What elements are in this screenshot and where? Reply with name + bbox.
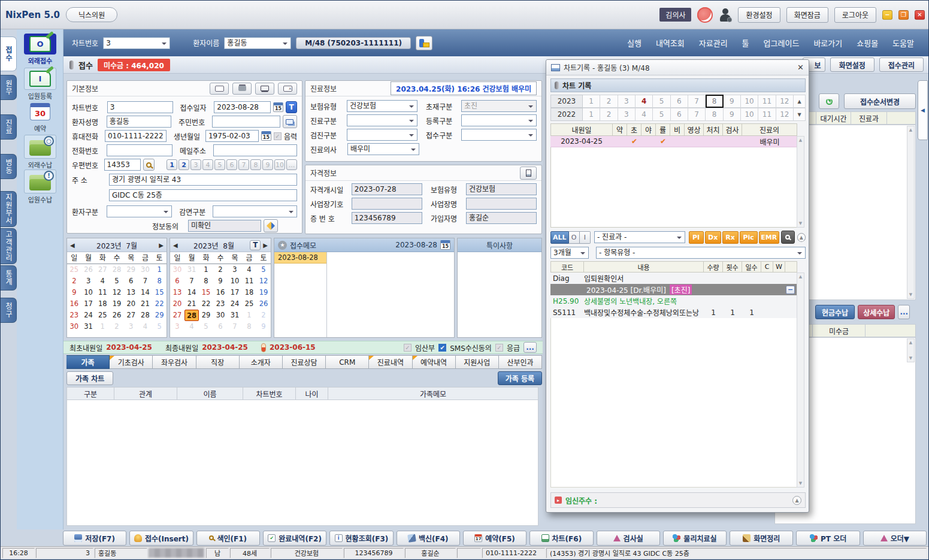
calendar-day[interactable]: 12 (110, 287, 124, 298)
calendar-day[interactable]: 25 (95, 310, 110, 321)
sidebar-tab-admin[interactable]: 원무 (1, 75, 17, 100)
family-tab[interactable]: 진료내역 (369, 355, 412, 369)
sidebar-tab-support[interactable]: 지원부서 (1, 191, 17, 227)
month-cell[interactable]: 11 (758, 108, 776, 121)
calendar-day[interactable]: 3 (81, 276, 96, 287)
calendar-day[interactable]: 6 (213, 321, 228, 332)
item-col-qty[interactable]: 수량 (704, 261, 723, 273)
vaccine-button[interactable]: 백신(F4) (397, 531, 460, 546)
calendar-day[interactable]: 17 (81, 298, 96, 310)
month-cell[interactable]: 5 (653, 95, 670, 108)
calendar-day[interactable]: 19 (256, 287, 271, 298)
visitbar-more-button[interactable]: ... (523, 342, 537, 353)
calendar-day[interactable]: 4 (95, 276, 110, 287)
memo-page-button[interactable]: 9 (262, 159, 273, 170)
visit-col-doctor[interactable]: 진료의 (742, 123, 797, 136)
reg-type-select[interactable] (461, 114, 537, 126)
reception-button[interactable]: 접수(Insert) (129, 531, 193, 546)
sidebar-tab-crm[interactable]: 고객관리 (1, 228, 17, 264)
calendar-day[interactable]: 21 (184, 298, 199, 310)
prev-month-icon[interactable]: ◀ (70, 242, 75, 249)
sidebar-tab-treatment[interactable]: 진료 (1, 114, 17, 140)
filter-all-button[interactable]: ALL (550, 231, 569, 244)
item-type-select[interactable]: - 항목유형 - (596, 247, 806, 259)
id-card-icon[interactable]: ᴀ (278, 83, 297, 95)
memo-page-button[interactable]: 2 (178, 159, 189, 170)
calendar-day[interactable]: 9 (256, 321, 271, 332)
month-cell[interactable]: 5 (653, 108, 670, 121)
item-col-w[interactable]: W (773, 261, 785, 273)
detail-payment-button[interactable]: 상세수납 (858, 305, 895, 319)
qual-doc-icon[interactable] (520, 167, 537, 180)
calendar-day[interactable]: 7 (138, 276, 153, 287)
calendar-day[interactable]: 6 (170, 276, 184, 287)
calendar-day[interactable]: 30 (67, 321, 81, 332)
screen-config-button[interactable]: 화면설정 (830, 57, 874, 72)
panel-collapse-handle[interactable]: ◀ (918, 80, 928, 140)
family-col-memo[interactable]: 가족메모 (328, 387, 538, 400)
col-wait-time[interactable]: 대기시간 (816, 111, 851, 125)
family-col-chartno[interactable]: 차트번호 (243, 387, 296, 400)
menu-item[interactable]: 자료관리 (699, 37, 728, 49)
calendar-day[interactable]: 14 (138, 287, 153, 298)
memo-page-button[interactable]: 6 (226, 159, 237, 170)
month-cell[interactable]: 6 (671, 108, 688, 121)
month-cell[interactable]: 11 (758, 95, 776, 108)
calendar-day[interactable]: 4 (138, 321, 153, 332)
calendar-day[interactable]: 24 (228, 298, 242, 310)
save-button[interactable]: 저장(F7) (63, 531, 126, 546)
calendar-day[interactable]: 16 (67, 298, 81, 310)
calendar-day[interactable]: 9 (213, 276, 228, 287)
month-cell[interactable]: 8 (706, 108, 723, 121)
calendar-day[interactable]: 25 (67, 264, 81, 276)
address1-input[interactable]: 경기 광명시 일직로 43 (109, 174, 297, 186)
month-cell[interactable]: 1 (583, 108, 600, 121)
reception-manage-button[interactable]: 접수관리 (879, 57, 924, 72)
user-settings-icon[interactable] (719, 8, 732, 22)
family-tab[interactable]: 예약내역 (413, 355, 456, 369)
year-2023[interactable]: 2023 (550, 95, 583, 108)
ins-type-select[interactable]: 건강보험 (347, 100, 417, 112)
memo-page-button[interactable]: 3 (190, 159, 201, 170)
calendar-day[interactable]: 30 (170, 264, 184, 276)
sms-consent-checkbox[interactable]: ✔ (438, 344, 446, 352)
consent-edit-icon[interactable] (264, 219, 278, 232)
calendar-day[interactable]: 30 (138, 264, 153, 276)
calendar-day[interactable]: 3 (170, 321, 184, 332)
logout-button[interactable]: 로그아웃 (834, 7, 876, 23)
item-row-dx[interactable]: H25.90 상세불명의 노년백내장, 오른쪽 (550, 295, 797, 307)
calendar-day[interactable]: 20 (170, 298, 184, 310)
calendar-day[interactable]: 4 (242, 264, 256, 276)
month-cell[interactable]: 10 (741, 108, 758, 121)
index-button[interactable]: 색인(F1) (196, 531, 260, 546)
period-select[interactable]: 3개월 (550, 247, 589, 259)
popup-close-icon[interactable] (797, 63, 804, 72)
menu-item[interactable]: 실행 (627, 37, 641, 49)
visit-col-first[interactable]: 초 (627, 123, 641, 136)
maximize-icon[interactable]: ❐ (898, 10, 909, 20)
chart-button[interactable]: 차트(F6) (529, 531, 593, 546)
calendar-day[interactable]: 29 (152, 310, 167, 321)
sidebar-tab-stats[interactable]: 통계 (1, 265, 17, 290)
calendar-day[interactable]: 27 (95, 264, 110, 276)
family-tab[interactable]: 가족 (66, 355, 110, 369)
print-icon[interactable] (232, 83, 252, 95)
patient-name-input[interactable]: 홍길동 (107, 116, 171, 128)
month-cell[interactable]: 10 (741, 95, 758, 108)
year-scroll-up-icon[interactable]: ▲ (794, 95, 806, 108)
item-list-area[interactable] (550, 318, 797, 488)
calendar-day[interactable]: 5 (256, 264, 271, 276)
shortcut-outpatient-payment[interactable]: ○ 외래수납 (19, 135, 62, 169)
item-row-sx[interactable]: S5111 백내장및수정체수술-수정체낭외또는낭 1 1 1 (550, 307, 797, 318)
shortcut-outpatient-reception[interactable]: 외래접수 (19, 34, 62, 65)
calendar-day[interactable]: 5 (110, 276, 124, 287)
item-row-visit-header[interactable]: 2023-04-25 [Dr.배우미] [초진] − (550, 284, 797, 295)
calendar-day[interactable]: 24 (81, 310, 96, 321)
minimize-icon[interactable]: − (882, 10, 892, 20)
month-cell[interactable]: 9 (724, 108, 741, 121)
menu-item[interactable]: 바로가기 (813, 37, 842, 49)
item-row-diag[interactable]: Diag 입퇴원확인서 (550, 273, 797, 284)
exam-type-select[interactable] (347, 129, 417, 141)
tel-input[interactable] (107, 144, 172, 156)
memo-calendar-icon[interactable]: 15 (440, 240, 450, 250)
